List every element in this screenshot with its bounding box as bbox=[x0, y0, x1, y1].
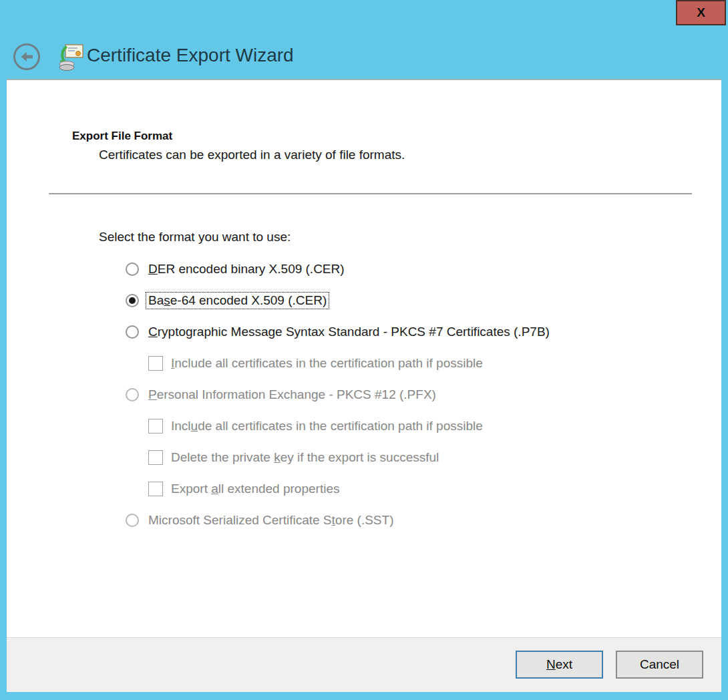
format-prompt-label: Select the format you want to use: bbox=[99, 230, 291, 244]
checkbox-icon bbox=[148, 482, 163, 496]
radio-sst-label: Microsoft Serialized Certificate Store (… bbox=[146, 512, 395, 528]
checkbox-delete-private-key: Delete the private key if the export is … bbox=[148, 448, 552, 468]
checkbox-icon bbox=[148, 419, 163, 433]
checkbox-include-path-pkcs7: Include all certificates in the certific… bbox=[148, 353, 552, 373]
radio-icon[interactable] bbox=[126, 262, 139, 276]
checkbox-include-path-pfx-label: Include all certificates in the certific… bbox=[169, 418, 485, 434]
certificate-export-wizard-window: { "window": { "title": "Certificate Expo… bbox=[0, 0, 728, 700]
radio-sst: Microsoft Serialized Certificate Store (… bbox=[126, 510, 552, 530]
close-button[interactable]: X bbox=[676, 0, 726, 25]
back-button[interactable] bbox=[13, 43, 40, 70]
radio-der-label[interactable]: DER encoded binary X.509 (.CER) bbox=[146, 261, 347, 277]
radio-base64-label[interactable]: Base-64 encoded X.509 (.CER) bbox=[146, 293, 329, 309]
format-options-group: DER encoded binary X.509 (.CER) Base-64 … bbox=[126, 259, 552, 542]
cancel-button[interactable]: Cancel bbox=[616, 651, 703, 679]
page-subheading: Certificates can be exported in a variet… bbox=[99, 148, 405, 162]
radio-icon bbox=[126, 388, 139, 401]
checkbox-icon bbox=[148, 450, 163, 465]
checkbox-include-path-pkcs7-label: Include all certificates in the certific… bbox=[169, 355, 485, 371]
radio-der-encoded[interactable]: DER encoded binary X.509 (.CER) bbox=[126, 259, 552, 279]
radio-pkcs7[interactable]: Cryptographic Message Syntax Standard - … bbox=[126, 322, 552, 342]
separator-line bbox=[49, 193, 692, 194]
radio-pfx: Personal Information Exchange - PKCS #12… bbox=[126, 385, 552, 405]
back-arrow-icon bbox=[18, 48, 35, 65]
radio-selected-icon[interactable] bbox=[126, 294, 139, 307]
checkbox-export-extended-properties-label: Export all extended properties bbox=[169, 481, 341, 497]
radio-pkcs7-label[interactable]: Cryptographic Message Syntax Standard - … bbox=[146, 324, 552, 340]
radio-base64-encoded[interactable]: Base-64 encoded X.509 (.CER) bbox=[126, 291, 552, 311]
checkbox-export-extended-properties: Export all extended properties bbox=[148, 479, 552, 499]
checkbox-include-path-pfx: Include all certificates in the certific… bbox=[148, 416, 552, 436]
radio-icon bbox=[126, 514, 139, 527]
wizard-footer: Next Cancel bbox=[7, 637, 721, 692]
checkbox-delete-private-key-label: Delete the private key if the export is … bbox=[169, 450, 441, 466]
radio-icon[interactable] bbox=[126, 325, 139, 339]
page-heading: Export File Format bbox=[72, 130, 172, 143]
next-button[interactable]: Next bbox=[516, 651, 603, 679]
radio-pfx-label: Personal Information Exchange - PKCS #12… bbox=[146, 387, 438, 403]
checkbox-icon bbox=[148, 356, 163, 371]
wizard-page: Export File Format Certificates can be e… bbox=[7, 79, 721, 637]
window-title: Certificate Export Wizard bbox=[87, 45, 294, 66]
certificate-export-icon bbox=[57, 43, 84, 71]
